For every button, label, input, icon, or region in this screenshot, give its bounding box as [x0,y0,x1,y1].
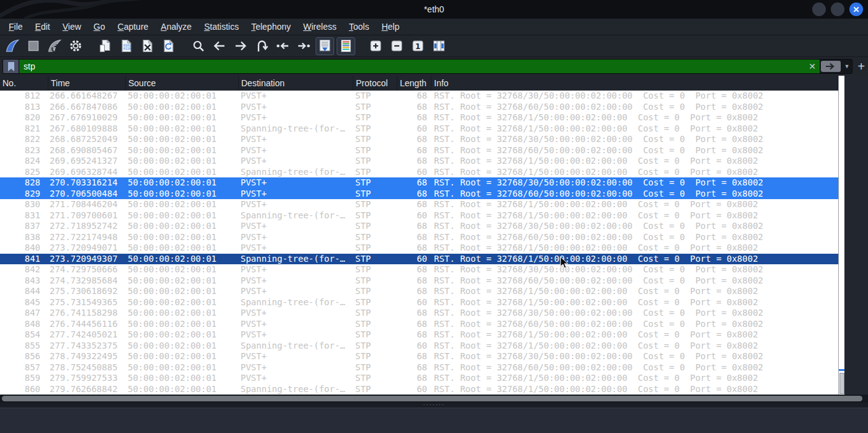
cell-time: 277.742405021 [48,329,126,341]
packet-row-824[interactable]: 824269.69524132750:00:00:02:00:01PVST+ST… [0,156,838,167]
menu-telephony[interactable]: Telephony [245,20,297,33]
column-header-source[interactable]: Source [126,76,239,91]
menu-go[interactable]: Go [87,20,112,33]
vertical-scrollbar[interactable] [838,76,844,395]
menu-edit[interactable]: Edit [29,20,56,33]
capture-options-button[interactable] [66,37,85,55]
cell-length: 68 [397,264,432,275]
menu-wireless[interactable]: Wireless [297,20,343,33]
arrow-left-dot-icon [275,38,290,53]
start-capture-button[interactable] [3,37,22,55]
filter-apply-button[interactable] [821,61,841,72]
packet-row-821[interactable]: 821267.68010988850:00:00:02:00:01Spannin… [0,123,838,135]
resize-columns-button[interactable] [430,37,448,55]
packet-row-844[interactable]: 844275.73061869250:00:00:02:00:01PVST+ST… [0,286,838,297]
packet-row-856[interactable]: 856278.74932249550:00:00:02:00:01PVST+ST… [0,351,838,362]
go-forward-button[interactable] [231,37,250,55]
main-toolbar: 010101101 [0,35,868,57]
cell-no: 847 [0,308,48,319]
menu-bar: FileEditViewGoCaptureAnalyzeStatisticsTe… [0,19,868,35]
reload-file-button[interactable] [159,37,178,55]
menu-view[interactable]: View [56,20,87,33]
cell-protocol: STP [353,351,397,362]
packet-row-845[interactable]: 845275.73154936550:00:00:02:00:01Spannin… [0,297,838,308]
close-button[interactable]: ✕ [849,2,863,16]
packet-row-820[interactable]: 820267.67691002950:00:00:02:00:01PVST+ST… [0,112,838,123]
horizontal-scrollbar-thumb[interactable] [2,396,862,401]
filter-bookmark-button[interactable] [3,60,19,73]
find-packet-button[interactable] [189,37,208,55]
filter-bar: stp ✕ ▼ + [0,57,868,76]
square-plus-icon [368,38,383,53]
zoom-original-button[interactable]: 1 [409,37,427,55]
menu-capture[interactable]: Capture [112,20,155,33]
restart-capture-button[interactable] [45,37,64,55]
right-margin-panel [844,76,868,395]
packet-row-842[interactable]: 842274.72975066650:00:00:02:00:01PVST+ST… [0,264,838,275]
menu-analyze[interactable]: Analyze [154,20,198,33]
packet-row-828[interactable]: 828270.70331621450:00:00:02:00:01PVST+ST… [0,177,838,189]
column-header-protocol[interactable]: Protocol [353,76,397,91]
vertical-scrollbar-thumb[interactable] [839,373,844,394]
packet-row-831[interactable]: 831271.70970060150:00:00:02:00:01Spannin… [0,210,838,221]
open-file-button[interactable] [96,37,115,55]
kali-dragon-decoration [0,0,161,19]
colorize-button[interactable] [337,37,355,55]
column-header-info[interactable]: Info [432,76,838,91]
go-to-packet-button[interactable] [252,37,271,55]
packet-row-859[interactable]: 859279.75992753350:00:00:02:00:01PVST+ST… [0,373,838,384]
cell-source: 50:00:00:02:00:01 [126,286,239,297]
filter-input[interactable]: stp [19,60,805,73]
maximize-button[interactable] [831,2,844,16]
packet-row-847[interactable]: 847276.74115829850:00:00:02:00:01PVST+ST… [0,308,838,319]
packet-row-860[interactable]: 860279.76266884250:00:00:02:00:01Spannin… [0,384,838,395]
zoom-out-button[interactable] [388,37,406,55]
zoom-in-button[interactable] [366,37,385,55]
menu-help[interactable]: Help [375,20,405,33]
column-header-time[interactable]: Time [48,76,126,91]
pane-splitter[interactable]: ······· [0,403,868,408]
column-header-no[interactable]: No. [0,76,48,91]
packet-row-855[interactable]: 855277.74335237550:00:00:02:00:01Spannin… [0,341,838,352]
menu-file[interactable]: File [2,20,29,33]
packet-row-829[interactable]: 829270.70650048450:00:00:02:00:01PVST+ST… [0,189,838,200]
auto-scroll-button[interactable] [316,37,334,55]
cell-destination: PVST+ [239,286,353,297]
add-filter-button[interactable]: + [856,59,867,74]
go-last-packet-button[interactable] [294,37,313,55]
packet-row-813[interactable]: 813266.66784708650:00:00:02:00:01PVST+ST… [0,102,838,113]
cell-info: RST. Root = 32768/1/50:00:00:02:00:00 Co… [432,373,838,384]
packet-list-header: No.TimeSourceDestinationProtocolLengthIn… [0,76,838,91]
cell-source: 50:00:00:02:00:01 [126,102,239,113]
stop-capture-button[interactable] [24,37,43,55]
cell-source: 50:00:00:02:00:01 [126,221,239,232]
packet-row-812[interactable]: 812266.66164826750:00:00:02:00:01PVST+ST… [0,91,838,102]
column-header-destination[interactable]: Destination [239,76,353,91]
packet-row-840[interactable]: 840273.72094907150:00:00:02:00:01PVST+ST… [0,243,838,254]
packet-row-825[interactable]: 825269.69632874450:00:00:02:00:01Spannin… [0,167,838,178]
close-file-button[interactable] [138,37,157,55]
packet-row-830[interactable]: 830271.70844620450:00:00:02:00:01PVST+ST… [0,199,838,210]
filter-dropdown-caret[interactable]: ▼ [842,60,852,73]
go-first-packet-button[interactable] [273,37,292,55]
minimize-button[interactable] [812,2,826,16]
cell-protocol: STP [353,254,397,265]
packet-row-848[interactable]: 848276.74445611650:00:00:02:00:01PVST+ST… [0,319,838,330]
save-file-button[interactable]: 01010110 [117,37,136,55]
go-back-button[interactable] [210,37,229,55]
packet-row-841[interactable]: 841273.72094930750:00:00:02:00:01Spannin… [0,254,838,265]
packet-row-822[interactable]: 822268.68725204950:00:00:02:00:01PVST+ST… [0,134,838,145]
column-header-length[interactable]: Length [397,76,432,91]
cell-source: 50:00:00:02:00:01 [126,264,239,275]
packet-row-823[interactable]: 823268.69080546750:00:00:02:00:01PVST+ST… [0,145,838,156]
packet-row-843[interactable]: 843274.73298568450:00:00:02:00:01PVST+ST… [0,275,838,287]
packet-row-857[interactable]: 857278.75245088550:00:00:02:00:01PVST+ST… [0,362,838,373]
packet-row-837[interactable]: 837272.71895274250:00:00:02:00:01PVST+ST… [0,221,838,232]
menu-tools[interactable]: Tools [343,20,376,33]
packet-row-854[interactable]: 854277.74240502150:00:00:02:00:01PVST+ST… [0,329,838,341]
display-filter-field[interactable]: stp ✕ ▼ [2,59,852,74]
cell-source: 50:00:00:02:00:01 [126,189,239,200]
packet-row-838[interactable]: 838272.72217494850:00:00:02:00:01PVST+ST… [0,232,838,243]
menu-statistics[interactable]: Statistics [198,20,245,33]
filter-clear-button[interactable]: ✕ [805,60,820,73]
